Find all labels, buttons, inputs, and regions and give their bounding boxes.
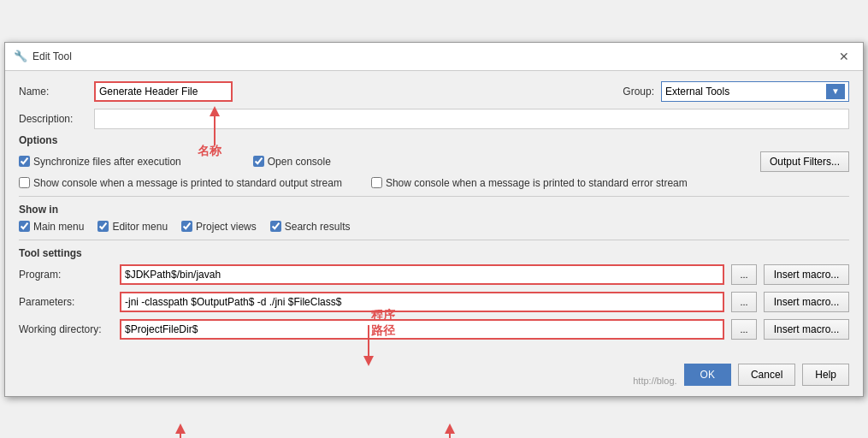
sync-files-label: Synchronize files after execution <box>33 156 181 168</box>
show-console-stderr-label: Show console when a message is printed t… <box>386 177 688 189</box>
ok-button[interactable]: OK <box>684 364 731 386</box>
options-section-title: Options <box>19 134 849 146</box>
editor-menu-label: Editor menu <box>112 221 168 233</box>
dialog-content: Name: Group: External Tools ▼ Descriptio… <box>5 71 863 357</box>
help-button[interactable]: Help <box>802 364 849 386</box>
search-results-label: Search results <box>285 221 351 233</box>
show-console-stderr-item[interactable]: Show console when a message is printed t… <box>371 177 688 189</box>
show-console-stdout-label: Show console when a message is printed t… <box>33 177 342 189</box>
title-bar: 🔧 Edit Tool ✕ <box>5 43 863 71</box>
name-label: Name: <box>19 86 87 98</box>
show-in-row: Main menu Editor menu Project views Sear… <box>19 221 849 233</box>
dialog-title: Edit Tool <box>32 50 72 62</box>
parameters-label: Parameters: <box>19 296 113 308</box>
name-input-wrap <box>94 81 605 102</box>
output-filters-button[interactable]: Output Filters... <box>760 151 849 172</box>
working-dir-label: Working directory: <box>19 323 113 335</box>
program-label: Program: <box>19 269 113 281</box>
annotation-project: 项目名称 <box>155 423 206 439</box>
project-views-label: Project views <box>196 221 257 233</box>
project-views-checkbox[interactable] <box>181 221 192 232</box>
open-console-checkbox[interactable] <box>253 156 264 167</box>
parameters-insert-macro-button[interactable]: Insert macro... <box>764 292 849 312</box>
name-group-row: Name: Group: External Tools ▼ <box>19 81 849 102</box>
name-input[interactable] <box>94 81 233 102</box>
working-dir-input[interactable] <box>120 319 724 340</box>
edit-tool-dialog: 🔧 Edit Tool ✕ Name: Group: External Tool… <box>4 42 864 397</box>
group-dropdown[interactable]: External Tools ▼ <box>661 81 849 102</box>
options-row-2: Show console when a message is printed t… <box>19 177 849 189</box>
show-console-stdout-item[interactable]: Show console when a message is printed t… <box>19 177 342 189</box>
separator-2 <box>19 240 849 240</box>
annotation-params: 参数 <box>424 423 475 439</box>
open-console-label: Open console <box>268 156 331 168</box>
parameters-browse-button[interactable]: ... <box>731 292 757 312</box>
parameters-input[interactable] <box>120 292 724 312</box>
program-input[interactable] <box>120 264 724 285</box>
description-row: Description: <box>19 109 849 129</box>
group-dropdown-arrow-icon: ▼ <box>826 84 845 99</box>
show-console-stdout-checkbox[interactable] <box>19 177 30 188</box>
group-dropdown-value: External Tools <box>665 86 729 98</box>
bottom-bar: http://blog. OK Cancel Help <box>5 357 863 396</box>
close-button[interactable]: ✕ <box>834 48 854 65</box>
annotation-params-arrow-svg <box>424 423 475 439</box>
watermark: http://blog. <box>633 376 676 386</box>
main-menu-checkbox[interactable] <box>19 221 30 232</box>
sync-files-checkbox-item[interactable]: Synchronize files after execution <box>19 156 181 168</box>
working-dir-browse-button[interactable]: ... <box>731 319 757 340</box>
search-results-item[interactable]: Search results <box>270 221 351 233</box>
main-menu-label: Main menu <box>33 221 84 233</box>
search-results-checkbox[interactable] <box>270 221 281 232</box>
program-insert-macro-button[interactable]: Insert macro... <box>764 264 849 285</box>
main-menu-item[interactable]: Main menu <box>19 221 84 233</box>
working-dir-row: Working directory: ... Insert macro... <box>19 319 849 340</box>
open-console-checkbox-item[interactable]: Open console <box>253 156 331 168</box>
group-label: Group: <box>611 86 654 98</box>
description-label: Description: <box>19 113 87 125</box>
parameters-row: Parameters: ... Insert macro... <box>19 292 849 312</box>
working-dir-insert-macro-button[interactable]: Insert macro... <box>764 319 849 340</box>
cancel-button[interactable]: Cancel <box>738 364 795 386</box>
options-row-1: Synchronize files after execution Open c… <box>19 151 849 172</box>
description-input[interactable] <box>94 109 849 129</box>
editor-menu-item[interactable]: Editor menu <box>97 221 168 233</box>
dialog-icon: 🔧 <box>14 50 27 62</box>
title-bar-left: 🔧 Edit Tool <box>14 50 72 62</box>
separator-1 <box>19 196 849 197</box>
show-console-stderr-checkbox[interactable] <box>371 177 382 188</box>
project-views-item[interactable]: Project views <box>181 221 257 233</box>
sync-files-checkbox[interactable] <box>19 156 30 167</box>
editor-menu-checkbox[interactable] <box>97 221 109 232</box>
show-in-section-title: Show in <box>19 204 849 216</box>
program-browse-button[interactable]: ... <box>731 264 757 285</box>
program-row: Program: ... Insert macro... <box>19 264 849 285</box>
annotation-project-arrow-svg <box>155 423 206 439</box>
tool-settings-title: Tool settings <box>19 247 849 259</box>
